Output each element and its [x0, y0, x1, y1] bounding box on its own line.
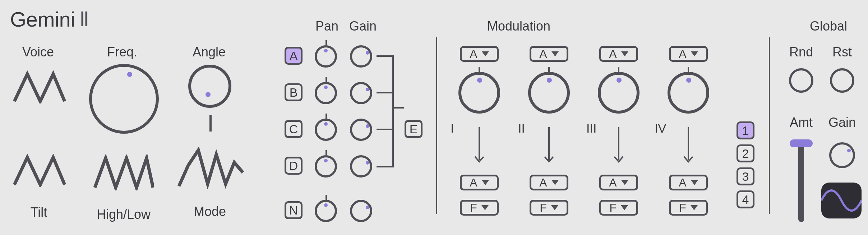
chevron-down-icon [691, 51, 698, 56]
pan-d-tick [326, 150, 327, 155]
mod-source-3[interactable]: A [599, 46, 638, 62]
mod-amount-knob-4[interactable] [668, 72, 709, 114]
gain-label: Gain [349, 19, 377, 34]
rnd-label: Rnd [789, 45, 813, 60]
gain-knob-n[interactable] [350, 200, 372, 222]
angle-knob[interactable] [188, 65, 231, 108]
rnd-button[interactable] [789, 68, 813, 93]
mod-page-1[interactable]: 1 [737, 121, 754, 139]
app-title: Gemini [10, 7, 75, 31]
chevron-down-icon [481, 205, 489, 210]
mix-bus-e[interactable]: E [405, 120, 423, 138]
pan-knob-a[interactable] [315, 45, 337, 68]
title-row: Gemini Ⅱ [10, 7, 858, 31]
mix-select-a[interactable]: A [285, 47, 303, 65]
divider-2 [769, 37, 770, 214]
freq-label: Freq. [107, 45, 137, 60]
oscilloscope[interactable] [821, 183, 862, 218]
pan-b-tick [326, 77, 327, 82]
mod-source-4[interactable]: A [669, 46, 708, 62]
gain-knob-b[interactable] [350, 82, 372, 104]
mod-param-2[interactable]: F [530, 200, 568, 216]
mod-source-2[interactable]: A [530, 46, 568, 62]
highlow-label: High/Low [97, 207, 151, 222]
voice-label: Voice [22, 45, 54, 60]
gain-knob-a[interactable] [350, 45, 372, 68]
angle-stem-icon [209, 115, 212, 132]
mod-param-1[interactable]: F [460, 200, 499, 216]
pan-label: Pan [315, 19, 338, 34]
highlow-wave[interactable] [93, 155, 154, 192]
arrow-down-icon [683, 126, 693, 165]
pan-knob-c[interactable] [315, 119, 337, 141]
chevron-down-icon [621, 205, 628, 210]
divider-1 [436, 37, 437, 214]
chevron-down-icon [621, 180, 628, 185]
global-label: Global [810, 19, 847, 34]
arrow-down-icon [544, 126, 554, 165]
mod-page-3[interactable]: 3 [737, 167, 754, 185]
mod-param-3[interactable]: F [599, 200, 638, 216]
global-gain-knob[interactable] [829, 142, 855, 168]
mod-amount-knob-2[interactable] [528, 72, 570, 114]
mod-dest-3[interactable]: A [599, 175, 638, 190]
voice-wave-a[interactable] [13, 70, 66, 105]
pan-knob-d[interactable] [315, 155, 337, 178]
amt-slider[interactable] [790, 134, 812, 224]
chevron-down-icon [621, 51, 628, 56]
arrow-down-icon [474, 126, 484, 165]
amt-label: Amt [790, 115, 813, 130]
tilt-label: Tilt [31, 205, 47, 220]
mode-wave[interactable] [177, 139, 244, 190]
mix-select-d[interactable]: D [285, 157, 303, 175]
gain-knob-d[interactable] [350, 155, 372, 178]
rst-button[interactable] [830, 68, 854, 93]
pan-n-tick [326, 195, 327, 200]
global-gain-label: Gain [828, 115, 856, 130]
modulation-label: Modulation [487, 19, 550, 34]
mod-knob-1-tick [479, 67, 480, 72]
pan-knob-n[interactable] [315, 200, 337, 222]
gain-knob-c[interactable] [350, 119, 372, 141]
mod-page-2[interactable]: 2 [737, 144, 754, 162]
mod-dest-4[interactable]: A [669, 175, 708, 190]
mod-page-4[interactable]: 4 [737, 190, 754, 208]
voice-wave-b[interactable] [13, 154, 66, 188]
mod-roman-2: II [518, 121, 525, 135]
mod-knob-4-tick [688, 67, 689, 72]
mod-roman-4: IV [655, 121, 666, 135]
chevron-down-icon [482, 180, 489, 185]
mod-dest-1[interactable]: A [460, 175, 499, 190]
mod-roman-1: I [451, 121, 454, 135]
chevron-down-icon [551, 51, 559, 56]
pan-c-tick [326, 114, 327, 119]
chevron-down-icon [691, 205, 698, 210]
mod-source-1[interactable]: A [460, 46, 499, 62]
mix-select-c[interactable]: C [285, 120, 303, 138]
chevron-down-icon [482, 51, 489, 56]
arrow-down-icon [614, 126, 624, 165]
angle-label: Angle [193, 45, 226, 60]
chevron-down-icon [551, 180, 559, 185]
mod-param-4[interactable]: F [669, 200, 708, 216]
mix-select-b[interactable]: B [285, 83, 303, 101]
pan-a-tick [326, 40, 327, 45]
mix-bracket-icon [375, 54, 405, 169]
chevron-down-icon [551, 205, 558, 210]
gemini-icon: Ⅱ [79, 8, 89, 31]
mod-amount-knob-3[interactable] [598, 72, 640, 114]
mod-roman-3: III [586, 121, 596, 135]
mod-knob-2-tick [548, 67, 550, 72]
rst-label: Rst [832, 45, 852, 60]
mode-label: Mode [194, 204, 226, 219]
mod-dest-2[interactable]: A [530, 175, 568, 190]
mod-knob-3-tick [618, 67, 619, 72]
mod-amount-knob-1[interactable] [458, 72, 500, 114]
chevron-down-icon [691, 180, 698, 185]
pan-knob-b[interactable] [315, 82, 337, 104]
mix-select-n[interactable]: N [285, 201, 303, 219]
freq-knob[interactable] [89, 64, 159, 134]
